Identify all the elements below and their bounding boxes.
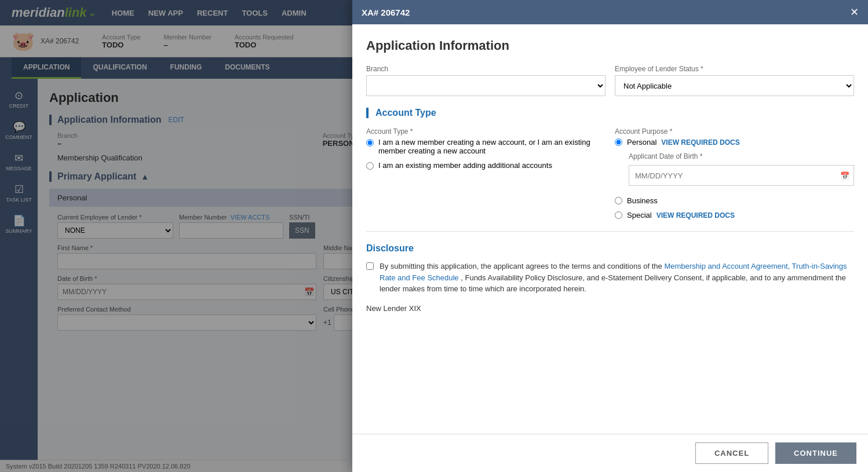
purpose-options: Personal VIEW REQUIRED DOCS Applicant Da… — [615, 138, 854, 219]
branch-field-group: Branch — [366, 65, 606, 96]
radio-existing-member[interactable]: I am an existing member adding additiona… — [366, 161, 606, 170]
modal-footer: CANCEL CONTINUE — [352, 434, 868, 472]
view-docs-special-link[interactable]: VIEW REQUIRED DOCS — [657, 211, 735, 219]
account-type-radio-area: Account Type * I am a new member creatin… — [366, 127, 854, 219]
modal: XA# 206742 ✕ Application Information Bra… — [352, 0, 868, 472]
modal-calendar-icon: 📅 — [840, 171, 849, 180]
employee-status-group: Employee of Lender Status * Not Applicab… — [615, 65, 854, 96]
disclosure-checkbox[interactable] — [366, 262, 374, 270]
purpose-personal-radio[interactable] — [615, 138, 622, 146]
disclosure-section: Disclosure By submitting this applicatio… — [366, 243, 854, 313]
modal-header: XA# 206742 ✕ — [352, 0, 868, 24]
cancel-button[interactable]: CANCEL — [695, 442, 768, 464]
divider — [366, 231, 854, 232]
modal-close-button[interactable]: ✕ — [850, 6, 859, 19]
purpose-business[interactable]: Business — [615, 196, 854, 205]
modal-top-row: Branch Employee of Lender Status * Not A… — [366, 65, 854, 96]
radio-new-member-input[interactable] — [366, 139, 374, 147]
branch-select[interactable] — [366, 75, 606, 96]
modal-dob-input[interactable] — [629, 165, 854, 186]
purpose-special[interactable]: Special VIEW REQUIRED DOCS — [615, 211, 854, 219]
radio-existing-member-input[interactable] — [366, 162, 374, 170]
purpose-personal[interactable]: Personal VIEW REQUIRED DOCS — [615, 138, 854, 147]
purpose-special-radio[interactable] — [615, 211, 622, 219]
account-type-radio-group: Account Type * I am a new member creatin… — [366, 127, 606, 219]
modal-page-title: Application Information — [366, 38, 854, 53]
disclosure-text: By submitting this application, the appl… — [380, 261, 854, 295]
continue-button[interactable]: CONTINUE — [775, 442, 856, 464]
modal-header-title: XA# 206742 — [362, 8, 410, 17]
purpose-business-radio[interactable] — [615, 197, 622, 204]
modal-overlay: XA# 206742 ✕ Application Information Bra… — [0, 0, 868, 472]
account-type-section-bar: Account Type — [366, 108, 854, 118]
lender-name: New Lender XIX — [366, 304, 854, 313]
employee-status-select[interactable]: Not Applicable Employee Immediate Family… — [615, 75, 854, 96]
dob-field-group: Applicant Date of Birth * 📅 — [629, 152, 854, 186]
radio-new-member[interactable]: I am a new member creating a new account… — [366, 138, 606, 155]
disclosure-check-row: By submitting this application, the appl… — [366, 261, 854, 295]
view-docs-personal-link[interactable]: VIEW REQUIRED DOCS — [661, 138, 739, 147]
disclosure-title: Disclosure — [366, 243, 854, 254]
modal-body: Application Information Branch Employee … — [352, 24, 868, 434]
account-purpose-group: Account Purpose * Personal VIEW REQUIRED… — [615, 127, 854, 219]
